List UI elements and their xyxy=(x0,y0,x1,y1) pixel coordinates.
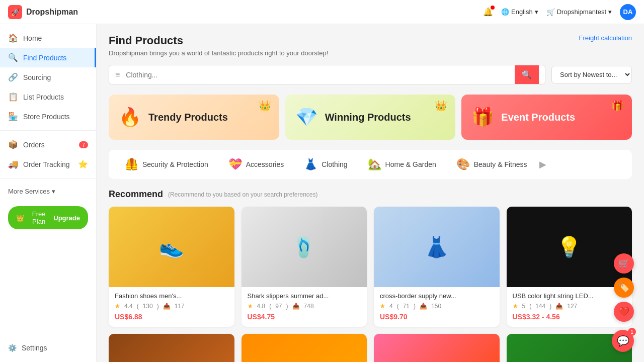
winning-icon: 💎 xyxy=(295,107,318,128)
sidebar-item-orders[interactable]: 📦 Orders 7 xyxy=(0,135,96,154)
banner-trendy[interactable]: 🔥 Trendy Products 👑 xyxy=(109,95,279,140)
sidebar-item-settings[interactable]: ⚙️ Settings xyxy=(0,338,96,358)
search-row: ≡ 🔍 Sort by Newest to... Newest Oldest P… xyxy=(109,65,632,84)
event-icon: 🎁 xyxy=(471,107,494,128)
product-meta-3: ★ 4 (71) 📥 150 xyxy=(380,303,494,310)
store-selector[interactable]: 🛒 Dropshipmantest ▾ xyxy=(546,8,612,16)
language-selector[interactable]: 🌐 English ▾ xyxy=(501,8,538,16)
product-card-4[interactable]: 💡 USB color light string LED... ★ 5 (144… xyxy=(507,207,632,327)
sidebar-divider xyxy=(0,130,96,131)
notification-bell[interactable]: 🔔 xyxy=(483,7,493,17)
find-products-icon: 🔍 xyxy=(8,53,18,62)
sub-cat-security[interactable]: 🦺 Security & Protection xyxy=(115,154,218,175)
download-icon: 📥 xyxy=(420,303,427,310)
product-card-3[interactable]: 👗 cross-border supply new... ★ 4 (71) 📥 … xyxy=(374,207,500,327)
chat-fab[interactable]: 💬 1 xyxy=(612,330,634,352)
product-card-1[interactable]: 👟 Fashion shoes men's... ★ 4.4 (130) 📥 1… xyxy=(109,207,234,327)
sidebar-item-label: Orders xyxy=(23,141,45,149)
fab-group: 🛒 🏷️ ❤️ xyxy=(614,253,634,322)
fab-coupon-icon[interactable]: 🏷️ xyxy=(614,278,634,298)
fab-cart-icon[interactable]: 🛒 xyxy=(614,253,634,274)
sidebar-item-sourcing[interactable]: 🔗 Sourcing xyxy=(0,67,96,87)
product-price-3: US$9.70 xyxy=(380,313,494,321)
more-services[interactable]: More Services ▾ xyxy=(0,183,96,200)
product-card-7[interactable]: 🌈 Colorful printed women... ★ 4.6 (105) … xyxy=(374,334,500,362)
product-image-5: 👘 xyxy=(109,334,234,362)
winning-title: Winning Products xyxy=(325,112,446,123)
sub-cat-home-garden[interactable]: 🏡 Home & Garden xyxy=(358,154,446,175)
product-price-2: US$4.75 xyxy=(248,313,361,321)
sub-cat-beauty[interactable]: 🎨 Beauty & Fitness xyxy=(446,154,537,175)
sidebar-item-list-products[interactable]: 📋 List Products xyxy=(0,87,96,107)
freight-calculation-link[interactable]: Freight calculation xyxy=(579,34,632,42)
store-products-icon: 🏪 xyxy=(8,112,18,121)
orders-icon: 📦 xyxy=(8,140,18,149)
trendy-icon: 🔥 xyxy=(119,107,141,128)
product-image-1: 👟 xyxy=(109,207,234,287)
product-grid: 👟 Fashion shoes men's... ★ 4.4 (130) 📥 1… xyxy=(109,207,632,362)
product-image-7: 🌈 xyxy=(374,334,500,362)
trendy-crown-icon: 👑 xyxy=(259,100,271,112)
sidebar-item-label: Order Tracking xyxy=(23,160,70,168)
chevron-down-icon: ▾ xyxy=(52,188,55,195)
download-icon: 📥 xyxy=(163,303,171,310)
banner-winning[interactable]: 💎 Winning Products 👑 xyxy=(285,95,456,140)
home-garden-icon: 🏡 xyxy=(368,158,381,171)
product-meta-1: ★ 4.4 (130) 📥 117 xyxy=(115,303,228,310)
sub-cat-label: Security & Protection xyxy=(142,160,208,168)
top-navigation: 🚀 Dropshipman 🔔 🌐 English ▾ 🛒 Dropshipma… xyxy=(0,0,644,24)
star-icon: ★ xyxy=(115,303,120,310)
sidebar-item-store-products[interactable]: 🏪 Store Products xyxy=(0,107,96,126)
sub-cat-clothing[interactable]: 👗 Clothing xyxy=(294,154,357,175)
product-image-3: 👗 xyxy=(374,207,500,287)
upgrade-label: Upgrade xyxy=(53,214,80,222)
sort-select[interactable]: Sort by Newest to... Newest Oldest Price… xyxy=(551,66,632,83)
banner-event[interactable]: 🎁 Event Products 🎁 xyxy=(461,95,632,140)
fab-wishlist-icon[interactable]: ❤️ xyxy=(614,302,634,322)
sub-categories-arrow[interactable]: ▶ xyxy=(539,159,546,170)
product-name-2: Shark slippers summer ad... xyxy=(248,292,361,300)
home-icon: 🏠 xyxy=(8,33,18,43)
sub-cat-accessories[interactable]: 💝 Accessories xyxy=(218,154,294,175)
sidebar-item-find-products[interactable]: 🔍 Find Products xyxy=(0,48,96,67)
product-card-6[interactable]: 🧡 Orange summer dress set... ★ 4.2 (63) … xyxy=(242,334,367,362)
order-tracking-icon: 🚚 xyxy=(8,159,18,169)
recommend-title: Recommend xyxy=(109,189,163,200)
sub-cat-label: Clothing xyxy=(321,160,347,168)
search-box: ≡ 🔍 xyxy=(109,65,545,84)
sub-cat-label: Accessories xyxy=(246,160,284,168)
search-button[interactable]: 🔍 xyxy=(515,65,539,84)
recommend-hint: (Recommend to you based on your search p… xyxy=(168,191,318,198)
product-image-6: 🧡 xyxy=(242,334,367,362)
search-input[interactable] xyxy=(124,67,515,83)
product-card-2[interactable]: 🩴 Shark slippers summer ad... ★ 4.8 (97)… xyxy=(242,207,367,327)
list-products-icon: 📋 xyxy=(8,92,18,102)
logo-text: Dropshipman xyxy=(26,8,78,17)
page-header-left: Find Products Dropshipman brings you a w… xyxy=(109,34,328,57)
settings-icon: ⚙️ xyxy=(8,344,17,352)
free-plan-button[interactable]: 👑 Free Plan Upgrade xyxy=(8,206,88,229)
product-card-5[interactable]: 👘 African print dress women... ★ 4.5 (88… xyxy=(109,334,234,362)
user-avatar[interactable]: DA xyxy=(620,4,636,20)
product-name-3: cross-border supply new... xyxy=(380,292,494,300)
product-meta-4: ★ 5 (144) 📥 127 xyxy=(513,303,626,310)
sidebar-item-label: Find Products xyxy=(23,54,66,62)
star-icon: ⭐ xyxy=(78,159,88,169)
accessories-icon: 💝 xyxy=(228,158,242,171)
logo-area: 🚀 Dropshipman xyxy=(8,5,78,19)
sidebar-item-order-tracking[interactable]: 🚚 Order Tracking ⭐ xyxy=(0,154,96,174)
star-icon: ★ xyxy=(380,303,385,310)
category-filter-icon: ≡ xyxy=(115,70,120,79)
product-name-1: Fashion shoes men's... xyxy=(115,292,228,300)
sidebar-item-home[interactable]: 🏠 Home xyxy=(0,28,96,48)
trendy-title: Trendy Products xyxy=(148,112,269,123)
page-title: Find Products xyxy=(109,34,328,47)
orders-badge: 7 xyxy=(79,141,88,148)
sub-categories: 🦺 Security & Protection 💝 Accessories 👗 … xyxy=(109,150,632,179)
sidebar: 🏠 Home 🔍 Find Products 🔗 Sourcing 📋 List… xyxy=(0,24,97,362)
beauty-icon: 🎨 xyxy=(456,158,470,171)
product-name-4: USB color light string LED... xyxy=(513,292,626,300)
main-content: Find Products Dropshipman brings you a w… xyxy=(97,24,644,362)
sidebar-item-label: List Products xyxy=(23,93,64,101)
event-title: Event Products xyxy=(501,112,622,123)
